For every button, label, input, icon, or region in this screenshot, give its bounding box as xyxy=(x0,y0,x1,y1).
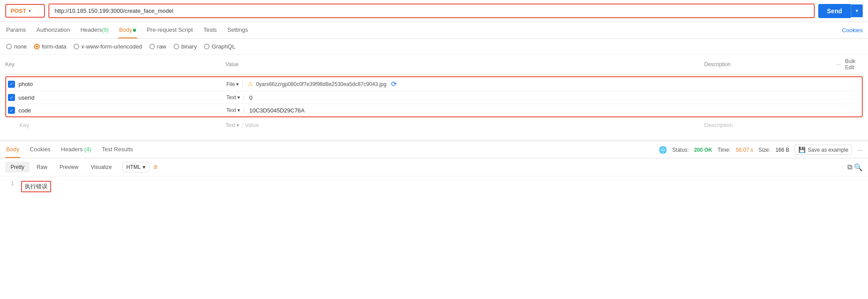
table-row: ✓ userId Text ▾ 0 xyxy=(6,91,862,104)
bulk-edit-dots: ··· xyxy=(836,61,841,67)
view-visualize-button[interactable]: Visualize xyxy=(85,162,117,172)
tab-headers[interactable]: Headers(9) xyxy=(80,22,110,38)
response-nav-tabs: Body Cookies Headers (4) Test Results 🌐 … xyxy=(0,142,868,158)
response-area: Body Cookies Headers (4) Test Results 🌐 … xyxy=(0,140,868,197)
new-type-chevron-icon: ▾ xyxy=(236,122,239,128)
type-chevron-icon: ▾ xyxy=(237,107,240,113)
copy-button[interactable]: ⧉ xyxy=(847,163,852,171)
type-chevron-icon: ▾ xyxy=(237,94,240,101)
row-value-photo: File ▾ ⚠ 0yars66zzrgp080c0f7e39f98d8e253… xyxy=(226,80,703,88)
time-label: Time: xyxy=(717,147,731,153)
code-line-1: 1 执行错误 xyxy=(5,181,863,192)
radio-binary xyxy=(174,44,179,49)
save-example-button[interactable]: 💾 Save as example xyxy=(794,145,852,155)
response-toolbar: Pretty Raw Preview Visualize HTML ▾ ≡ ⧉ … xyxy=(0,158,868,176)
radio-raw xyxy=(149,44,155,49)
format-chevron-icon: ▾ xyxy=(143,164,145,170)
new-description[interactable]: Description xyxy=(704,122,836,128)
body-type-none[interactable]: none xyxy=(6,43,27,50)
status-value: 200 OK xyxy=(694,147,712,153)
method-select[interactable]: POST ▾ xyxy=(5,4,45,18)
upload-icon[interactable]: ⟳ xyxy=(391,80,397,88)
file-value-photo: ⚠ 0yars66zzrgp080c0f7e39f98d8e2530ea5dc8… xyxy=(248,80,396,88)
send-button[interactable]: Send xyxy=(818,4,851,18)
cookies-link[interactable]: Cookies xyxy=(842,27,863,34)
error-box: 执行错误 xyxy=(21,181,51,192)
new-key-input[interactable]: Key xyxy=(5,122,225,128)
send-button-wrap: Send ▾ xyxy=(818,4,863,18)
method-chevron-icon: ▾ xyxy=(29,8,31,13)
view-raw-button[interactable]: Raw xyxy=(31,162,52,172)
type-chevron-icon: ▾ xyxy=(236,81,239,87)
tab-pre-request[interactable]: Pre-request Script xyxy=(146,22,194,38)
new-row-value-area: Text ▾ Value xyxy=(225,122,704,128)
row-key-code: ✓ code xyxy=(6,107,226,114)
format-select[interactable]: HTML ▾ xyxy=(122,162,149,172)
checkbox-code[interactable]: ✓ xyxy=(8,107,15,114)
top-bar: POST ▾ Send ▾ xyxy=(0,0,868,22)
body-type-raw[interactable]: raw xyxy=(149,43,166,50)
row-value-userid: Text ▾ 0 xyxy=(226,94,703,101)
table-row: ✓ photo File ▾ ⚠ 0yars66zzrgp080c0f7e39f… xyxy=(6,77,862,91)
response-tab-body[interactable]: Body xyxy=(5,142,20,158)
request-nav-tabs: Params Authorization Headers(9) Body Pre… xyxy=(0,22,868,39)
row-key-userid: ✓ userId xyxy=(6,94,226,101)
form-data-rows: ✓ photo File ▾ ⚠ 0yars66zzrgp080c0f7e39f… xyxy=(5,76,863,117)
method-label: POST xyxy=(11,7,26,14)
table-row: ✓ code Text ▾ 10C3D5045D29C76A xyxy=(6,104,862,116)
radio-form-data xyxy=(34,44,40,49)
table-header: Key Value Description ··· Bulk Edit xyxy=(5,55,863,75)
search-button[interactable]: 🔍 xyxy=(854,163,863,172)
time-value: 56.07 s xyxy=(736,147,753,153)
checkbox-userid[interactable]: ✓ xyxy=(8,94,15,101)
body-type-binary[interactable]: binary xyxy=(174,43,197,50)
save-icon: 💾 xyxy=(798,146,805,153)
type-select-userid[interactable]: Text ▾ xyxy=(226,94,244,101)
status-label: Status: xyxy=(672,147,689,153)
response-tab-test-results[interactable]: Test Results xyxy=(101,142,134,158)
body-dot xyxy=(133,29,136,32)
body-type-graphql[interactable]: GraphQL xyxy=(204,43,235,50)
response-meta: 🌐 Status: 200 OK Time: 56.07 s Size: 166… xyxy=(659,145,863,155)
type-select-photo[interactable]: File ▾ xyxy=(226,81,243,87)
radio-none xyxy=(6,44,12,49)
globe-icon: 🌐 xyxy=(659,146,667,154)
size-label: Size: xyxy=(758,147,770,153)
form-data-table: Key Value Description ··· Bulk Edit ✓ ph… xyxy=(0,55,868,131)
radio-urlencoded xyxy=(74,44,79,49)
checkbox-photo[interactable]: ✓ xyxy=(8,81,15,88)
new-type-select[interactable]: Text ▾ xyxy=(225,122,243,128)
tab-params[interactable]: Params xyxy=(5,22,27,38)
warning-icon: ⚠ xyxy=(248,81,253,87)
row-value-code: Text ▾ 10C3D5045D29C76A xyxy=(226,107,703,114)
response-meta-dots[interactable]: ··· xyxy=(857,146,863,153)
url-input[interactable] xyxy=(48,4,815,18)
new-row: Key Text ▾ Value Description xyxy=(5,119,863,131)
body-type-urlencoded[interactable]: x-www-form-urlencoded xyxy=(74,43,142,50)
response-tab-headers[interactable]: Headers (4) xyxy=(60,142,92,158)
wrap-button[interactable]: ≡ xyxy=(154,163,158,171)
response-tab-cookies[interactable]: Cookies xyxy=(29,142,52,158)
radio-graphql xyxy=(204,44,210,49)
body-type-form-data[interactable]: form-data xyxy=(34,43,66,50)
body-type-row: none form-data x-www-form-urlencoded raw… xyxy=(0,39,868,55)
type-select-code[interactable]: Text ▾ xyxy=(226,107,244,113)
tab-settings[interactable]: Settings xyxy=(226,22,249,38)
view-preview-button[interactable]: Preview xyxy=(54,162,84,172)
tab-body[interactable]: Body xyxy=(118,22,137,38)
tab-authorization[interactable]: Authorization xyxy=(36,22,71,38)
view-pretty-button[interactable]: Pretty xyxy=(5,162,30,172)
row-key-photo: ✓ photo xyxy=(6,81,226,88)
code-area: 1 执行错误 xyxy=(0,176,868,197)
tab-tests[interactable]: Tests xyxy=(203,22,218,38)
size-value: 166 B xyxy=(776,147,789,153)
send-dropdown-button[interactable]: ▾ xyxy=(851,4,863,17)
